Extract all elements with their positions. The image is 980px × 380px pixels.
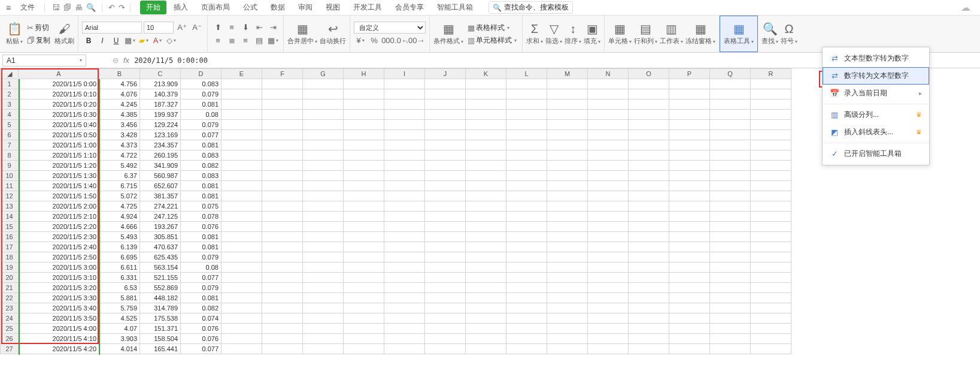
fill-color-icon[interactable]: ▰ [137,35,150,47]
cell[interactable]: 652.607 [140,181,181,191]
cell[interactable] [588,222,629,232]
italic-icon[interactable]: I [96,35,109,47]
cell[interactable] [222,79,262,89]
cell[interactable]: 0.081 [181,140,222,150]
cell[interactable] [506,334,547,344]
cell[interactable] [629,212,669,222]
cell[interactable] [669,293,710,303]
cell[interactable]: 0.081 [181,232,222,242]
hamburger-icon[interactable]: ≡ [4,3,13,13]
cell[interactable]: 2020/11/5 0:50 [19,130,99,140]
cell[interactable]: 6.139 [99,242,140,252]
cell[interactable] [547,130,588,140]
cell[interactable]: 470.637 [140,242,181,252]
sum-button[interactable]: Σ求和 [526,22,543,46]
cell[interactable] [669,242,710,252]
cell[interactable]: 2020/11/5 1:30 [19,171,99,181]
cell[interactable] [425,232,466,242]
cell[interactable]: 5.072 [99,191,140,201]
cell[interactable]: 2020/11/5 0:00 [19,79,99,89]
cell[interactable] [588,344,629,354]
cell[interactable] [751,181,791,191]
cell[interactable] [506,201,547,212]
row-header[interactable]: 27 [1,344,19,354]
cell[interactable] [466,120,506,130]
cell[interactable] [262,99,303,110]
cell[interactable] [506,140,547,150]
col-header-Q[interactable]: Q [710,69,751,79]
cell[interactable] [466,130,506,140]
cell[interactable]: 2020/11/5 2:00 [19,201,99,212]
cell[interactable] [384,293,425,303]
cell[interactable]: 0.082 [181,303,222,313]
cell[interactable] [506,263,547,273]
cell[interactable] [669,334,710,344]
cell[interactable] [751,191,791,201]
cell[interactable] [710,222,751,232]
cell[interactable] [262,334,303,344]
cell[interactable] [710,110,751,120]
font-size-select[interactable] [144,22,174,34]
cell[interactable]: 2020/11/5 3:50 [19,313,99,324]
cell[interactable] [262,110,303,120]
cell[interactable] [303,212,344,222]
cell[interactable]: 0.081 [181,191,222,201]
cell[interactable] [669,222,710,232]
saveas-icon[interactable]: 🗐 [63,3,71,12]
cell[interactable] [425,252,466,263]
cell[interactable] [629,252,669,263]
decrease-font-icon[interactable]: A⁻ [190,22,204,34]
cell[interactable] [344,344,384,354]
cell[interactable] [303,324,344,334]
cell[interactable] [303,242,344,252]
cell[interactable]: 175.538 [140,313,181,324]
cell[interactable] [425,89,466,99]
cell[interactable] [303,293,344,303]
cell[interactable] [629,313,669,324]
align-bottom-icon[interactable]: ⬇ [239,22,252,34]
cell[interactable] [710,324,751,334]
cell[interactable] [344,201,384,212]
cell[interactable] [506,150,547,161]
cell[interactable] [506,242,547,252]
cell[interactable] [222,303,262,313]
cell[interactable] [669,181,710,191]
cell[interactable]: 2020/11/5 0:30 [19,110,99,120]
cell[interactable] [466,181,506,191]
cell[interactable] [222,273,262,283]
increase-decimal-icon[interactable]: .00→ [409,35,422,47]
cell[interactable]: 3.456 [99,120,140,130]
cell[interactable] [629,273,669,283]
cell[interactable] [629,140,669,150]
cell[interactable]: 4.07 [99,324,140,334]
cell[interactable] [547,303,588,313]
menu-file[interactable]: 文件 [16,2,40,13]
table-style-button[interactable]: ▦表格样式 [466,22,518,34]
cell[interactable] [384,79,425,89]
row-header[interactable]: 9 [1,161,19,171]
cell[interactable]: 0.077 [181,130,222,140]
col-header-L[interactable]: L [506,69,547,79]
cell[interactable] [588,110,629,120]
cell[interactable]: 563.154 [140,263,181,273]
cell[interactable] [588,313,629,324]
cell[interactable]: 4.385 [99,110,140,120]
cell[interactable]: 260.195 [140,150,181,161]
menu-smart-toolbox[interactable]: ✓已开启智能工具箱 [823,145,929,162]
cell[interactable] [710,283,751,293]
cell[interactable] [751,171,791,181]
tab-开发工具[interactable]: 开发工具 [347,1,388,14]
increase-font-icon[interactable]: A⁺ [175,22,189,34]
cell[interactable] [344,89,384,99]
cell[interactable]: 5.492 [99,161,140,171]
cell[interactable]: 560.987 [140,171,181,181]
cell[interactable] [466,110,506,120]
cell[interactable] [547,201,588,212]
cell[interactable] [384,344,425,354]
cell[interactable] [629,79,669,89]
cell[interactable] [466,252,506,263]
cell[interactable]: 4.666 [99,222,140,232]
cell[interactable] [466,171,506,181]
cell[interactable]: 4.725 [99,201,140,212]
cell[interactable] [710,334,751,344]
